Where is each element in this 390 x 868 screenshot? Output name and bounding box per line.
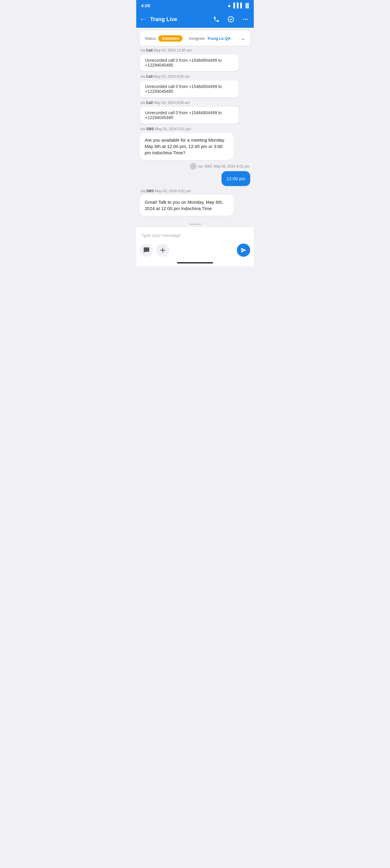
channel-label-1: Call bbox=[146, 48, 153, 53]
message-meta-2: via Call May 03, 2024 8:00 am bbox=[140, 74, 250, 79]
message-meta-1: via Call May 03, 2024 12:00 am bbox=[140, 48, 250, 53]
call-text-2: Unrecorded call 0 from +15484904499 to +… bbox=[145, 84, 222, 94]
sms-text-6: Great! Talk to you on Monday, May 6th, 2… bbox=[145, 199, 223, 211]
sms-text-5: 12:00 pm bbox=[226, 176, 245, 181]
status-icons: ▲ ▌▌▌ ▓ bbox=[227, 3, 249, 8]
more-button[interactable] bbox=[241, 14, 250, 24]
expand-icon[interactable]: ⌄ bbox=[241, 35, 245, 41]
status-badge: Attention bbox=[158, 35, 183, 41]
channel-label-2: Call bbox=[146, 74, 153, 79]
message-group-2: via Call May 03, 2024 8:00 am Unrecorded… bbox=[140, 74, 250, 98]
add-button[interactable] bbox=[156, 244, 169, 257]
status-label: Status bbox=[145, 36, 156, 41]
sms-bubble-right-1: 12:00 pm bbox=[221, 171, 250, 186]
message-input-placeholder[interactable]: Type your message bbox=[140, 230, 250, 241]
svg-point-3 bbox=[247, 19, 248, 20]
message-meta-3: via Call May 03, 2024 8:00 am bbox=[140, 101, 250, 105]
svg-point-1 bbox=[243, 19, 244, 20]
nav-actions bbox=[212, 14, 250, 24]
wifi-icon: ▲ bbox=[227, 3, 232, 8]
chat-area: via Call May 03, 2024 12:00 am Unrecorde… bbox=[136, 46, 254, 221]
status-card: Status Attention Assignee Trung Le QA ⌄ bbox=[140, 31, 250, 46]
battery-icon: ▓ bbox=[245, 3, 249, 8]
message-group-1: via Call May 03, 2024 12:00 am Unrecorde… bbox=[140, 48, 250, 71]
message-group-4: via SMS May 03, 2024 5:51 pm Are you ava… bbox=[140, 127, 250, 160]
input-area: Type your message bbox=[136, 227, 254, 260]
sms-bubble-left-2: Great! Talk to you on Monday, May 6th, 2… bbox=[140, 195, 234, 216]
svg-point-0 bbox=[228, 17, 234, 22]
status-time: 4:08 bbox=[141, 3, 150, 8]
svg-point-2 bbox=[245, 19, 246, 20]
sms-bubble-left-1: Are you available for a meeting Monday M… bbox=[140, 133, 234, 160]
input-actions bbox=[140, 244, 250, 257]
message-group-6: via SMS May 03, 2024 6:02 pm Great! Talk… bbox=[140, 189, 250, 216]
send-button[interactable] bbox=[237, 244, 250, 257]
page-title: Trang Live bbox=[150, 16, 208, 23]
bottom-handle bbox=[136, 221, 254, 227]
message-meta-4: via SMS May 03, 2024 5:51 pm bbox=[140, 127, 250, 131]
assignee-name: Trung Le QA bbox=[207, 36, 231, 41]
call-text-3: Unrecorded call 0 from +15484904499 to +… bbox=[145, 110, 222, 120]
message-group-3: via Call May 03, 2024 8:00 am Unrecorded… bbox=[140, 101, 250, 124]
home-bar bbox=[177, 262, 213, 264]
call-bubble-1: Unrecorded call 0 from +15484904499 to +… bbox=[140, 54, 239, 71]
call-bubble-3: Unrecorded call 0 from +15484904499 to +… bbox=[140, 106, 239, 124]
phone-button[interactable] bbox=[212, 14, 221, 24]
handle-bar bbox=[189, 224, 201, 225]
assignee-label: Assignee bbox=[189, 36, 205, 41]
channel-label-6: SMS bbox=[146, 189, 154, 193]
back-button[interactable]: ← bbox=[140, 16, 147, 23]
sms-text-4: Are you available for a meeting Monday M… bbox=[145, 137, 224, 155]
message-meta-5: via SMS May 03, 2024 6:01 pm bbox=[190, 163, 250, 170]
chat-icon-button[interactable] bbox=[140, 244, 153, 257]
channel-label-4: SMS bbox=[146, 127, 154, 131]
resolve-button[interactable] bbox=[226, 14, 236, 24]
message-group-5: via SMS May 03, 2024 6:01 pm 12:00 pm bbox=[140, 163, 250, 186]
channel-label-3: Call bbox=[146, 101, 153, 105]
avatar-5 bbox=[190, 163, 197, 170]
status-bar: 4:08 ▲ ▌▌▌ ▓ bbox=[136, 0, 254, 11]
call-bubble-2: Unrecorded call 0 from +15484904499 to +… bbox=[140, 80, 239, 98]
nav-bar: ← Trang Live bbox=[136, 11, 254, 28]
channel-label-5: SMS bbox=[204, 164, 212, 168]
signal-icon: ▌▌▌ bbox=[233, 3, 243, 8]
message-meta-6: via SMS May 03, 2024 6:02 pm bbox=[140, 189, 250, 193]
home-indicator bbox=[136, 260, 254, 267]
call-text-1: Unrecorded call 0 from +15484904499 to +… bbox=[145, 58, 222, 67]
